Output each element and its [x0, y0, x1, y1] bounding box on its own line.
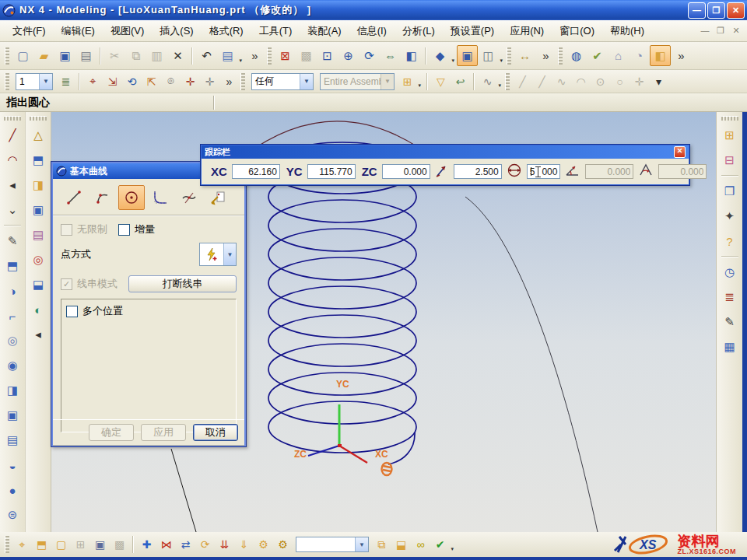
interpart-link-icon[interactable]: ∞	[411, 535, 430, 555]
new-mating-icon[interactable]: ⚙	[273, 535, 293, 555]
reset-filter-icon[interactable]: ↩	[451, 72, 470, 91]
menu-preferences[interactable]: 预设置(P)	[443, 21, 502, 41]
point-method-combo[interactable]: ▼	[199, 243, 237, 266]
select-component-icon[interactable]: ▢	[51, 535, 71, 555]
print-icon[interactable]: ▤	[75, 45, 96, 66]
roles-pencil-icon[interactable]: ✎	[719, 311, 741, 333]
deformable-part-icon[interactable]: ⬓	[391, 535, 411, 555]
title-bar[interactable]: NX 4 - Modeling - [LuoXuanTanHuang.prt （…	[0, 0, 747, 20]
toolbar-grip[interactable]	[5, 536, 9, 553]
cube-feature-icon[interactable]: ⬓	[27, 274, 49, 296]
boolean-unite-icon[interactable]: ◐	[27, 299, 49, 320]
trim-tool-button[interactable]	[176, 185, 202, 210]
work-layer-combo[interactable]: 1 ▼	[16, 73, 53, 90]
snapshot-icon[interactable]: ▣	[90, 535, 110, 555]
pocket-icon[interactable]: ▣	[2, 404, 23, 426]
basic-arc-icon[interactable]: ◠	[2, 149, 23, 171]
curve-overflow-icon[interactable]: ▾	[649, 72, 668, 91]
menu-information[interactable]: 信息(I)	[349, 21, 395, 41]
increment-checkbox[interactable]	[118, 224, 130, 236]
maximize-button[interactable]: ❐	[707, 2, 725, 19]
wcs-orient-icon[interactable]: ⇱	[142, 72, 161, 91]
slot-icon[interactable]: ▤	[2, 429, 23, 451]
check-assembly-icon[interactable]: ✔▾	[430, 535, 450, 555]
point-filter-icon[interactable]: ▽	[431, 72, 451, 91]
delete-icon[interactable]: ✕	[167, 45, 188, 66]
point-constructor-icon[interactable]: ⌖	[83, 72, 103, 91]
edit-mating-icon[interactable]: ⚙	[254, 535, 273, 555]
move-component-icon[interactable]: ⇄	[176, 535, 195, 555]
toolbar-grip[interactable]	[5, 73, 9, 90]
background-arc-right[interactable]	[465, 197, 598, 532]
chevron-down-icon[interactable]: ▼	[223, 243, 236, 265]
layer-settings-icon[interactable]: ≣	[56, 72, 75, 91]
groove-icon[interactable]: ◒	[2, 454, 23, 476]
undo-icon[interactable]: ↶	[196, 45, 217, 66]
menu-format[interactable]: 格式(R)	[202, 21, 251, 41]
arc-tool-button[interactable]	[89, 185, 116, 210]
strip-back-icon[interactable]: ◂	[2, 174, 23, 196]
minimize-button[interactable]: —	[688, 2, 706, 19]
menu-analysis[interactable]: 分析(L)	[395, 21, 443, 41]
replace-component-icon[interactable]: ⇊	[215, 535, 234, 555]
radius-input[interactable]	[454, 164, 502, 179]
view-overflow-icon[interactable]: »	[535, 45, 556, 66]
hole-icon[interactable]: ●	[2, 479, 23, 501]
wcs-overflow-icon[interactable]: »	[219, 72, 239, 91]
circle-tool-button[interactable]	[118, 185, 145, 210]
wcs-display-yc-icon[interactable]: ✛	[200, 72, 219, 91]
help-icon[interactable]: ?	[719, 230, 741, 252]
sweep-icon[interactable]: ⌐	[2, 305, 23, 327]
shell-icon[interactable]: ▤	[27, 224, 49, 246]
assemble-component-icon[interactable]: ⇓	[234, 535, 254, 555]
toolbar-grip[interactable]	[4, 116, 21, 121]
web-browser-icon[interactable]: ❐	[719, 180, 741, 202]
diameter-input[interactable]: 5 000	[527, 164, 561, 179]
wcs-dynamics-icon[interactable]: ⇲	[103, 72, 122, 91]
multiple-positions-checkbox[interactable]	[66, 306, 78, 317]
boss-cylinder-icon[interactable]: ⊜	[2, 504, 23, 526]
open-component-icon[interactable]: ⬒	[32, 535, 51, 555]
zoom-in-out-icon[interactable]: ⊕	[338, 45, 359, 66]
assembly-navigator-icon[interactable]: ⊞	[719, 124, 741, 146]
background-line-left[interactable]	[171, 449, 196, 532]
save-part-icon[interactable]: ▣	[54, 45, 75, 66]
menu-application[interactable]: 应用(N)	[502, 21, 552, 41]
menu-view[interactable]: 视图(V)	[103, 21, 152, 41]
toolbar-grip[interactable]	[558, 47, 563, 65]
mirror-assembly-icon[interactable]: ⋈	[156, 535, 176, 555]
datum-plane-icon[interactable]: △	[27, 124, 49, 146]
clip-section-icon[interactable]: ◫▾	[478, 45, 499, 66]
toolbar-grip[interactable]	[721, 116, 738, 121]
yc-input[interactable]	[307, 164, 356, 179]
pocket-cut-icon[interactable]: ▣	[27, 199, 49, 221]
close-button[interactable]: ✕	[727, 2, 745, 19]
zc-input[interactable]	[382, 164, 430, 179]
fit-view-icon[interactable]: ⊠	[275, 45, 296, 66]
chevron-down-icon[interactable]: ▼	[355, 537, 368, 551]
new-part-icon[interactable]: ▢	[12, 45, 33, 66]
wcs-origin-icon[interactable]: ⌾	[161, 72, 181, 91]
revolve-icon[interactable]: ◑	[2, 280, 23, 302]
materials-icon[interactable]: ▦	[719, 336, 741, 358]
cancel-button[interactable]: 取消	[193, 424, 238, 441]
sketch-icon[interactable]: ✎	[2, 230, 23, 252]
visual-effects-icon[interactable]: ◔	[629, 45, 650, 66]
history-icon[interactable]: ◷	[719, 261, 741, 283]
helix-curve[interactable]	[268, 142, 416, 464]
rotate-view-icon[interactable]: ⟳	[359, 45, 380, 66]
toolbar-grip[interactable]	[5, 47, 9, 65]
boss-pad-icon[interactable]: ◨	[27, 174, 49, 196]
toolbar-grip[interactable]	[267, 47, 272, 65]
standard-overflow-icon[interactable]: »	[244, 45, 265, 66]
fillet-tool-button[interactable]	[147, 185, 174, 210]
view-operations-icon[interactable]: ▤▾	[217, 45, 238, 66]
chevron-down-icon[interactable]: ▼	[39, 74, 52, 89]
arrangements-icon[interactable]: ⧉	[372, 535, 391, 555]
shaded-display-icon[interactable]: ◆▾	[430, 45, 451, 66]
extrude-icon[interactable]: ⬒	[2, 255, 23, 277]
open-part-icon[interactable]: ▰	[33, 45, 54, 66]
main-overflow-icon[interactable]: »	[671, 45, 692, 66]
block-icon[interactable]: ⬒	[27, 149, 49, 171]
menu-edit[interactable]: 编辑(E)	[54, 21, 103, 41]
